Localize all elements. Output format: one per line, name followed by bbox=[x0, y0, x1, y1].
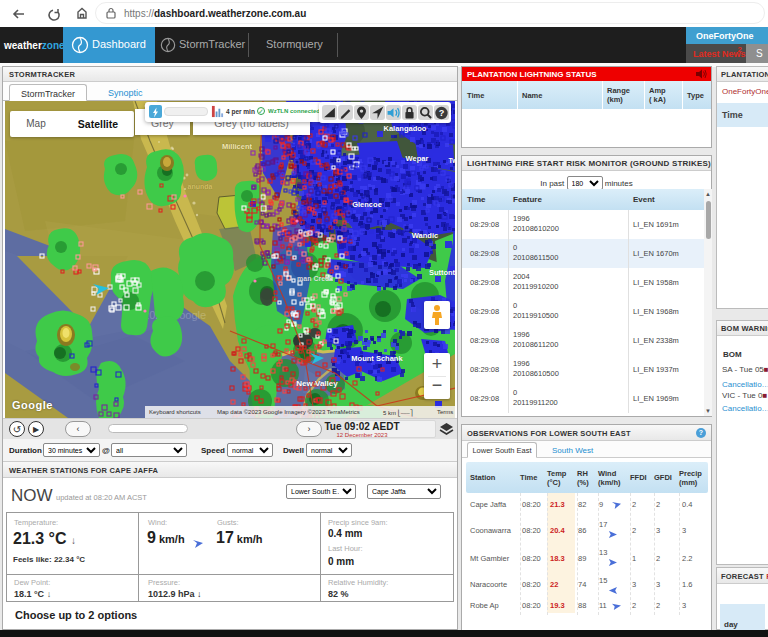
svg-text:New Valley: New Valley bbox=[296, 379, 338, 388]
svg-text:Wepar: Wepar bbox=[406, 154, 429, 163]
svg-text:man Creek: man Creek bbox=[297, 275, 333, 282]
svg-text:Kalangadoo: Kalangadoo bbox=[384, 124, 427, 133]
svg-text:Wandic: Wandic bbox=[412, 231, 438, 240]
svg-text:Glencoe: Glencoe bbox=[352, 200, 382, 209]
svg-text:Suttont: Suttont bbox=[429, 268, 455, 277]
svg-text:Mount Schank: Mount Schank bbox=[351, 354, 403, 363]
svg-text:?: ? bbox=[439, 108, 445, 118]
svg-text:anunda: anunda bbox=[188, 183, 213, 190]
svg-text:Tw: Tw bbox=[448, 157, 455, 164]
svg-text:Millicent: Millicent bbox=[222, 142, 253, 151]
